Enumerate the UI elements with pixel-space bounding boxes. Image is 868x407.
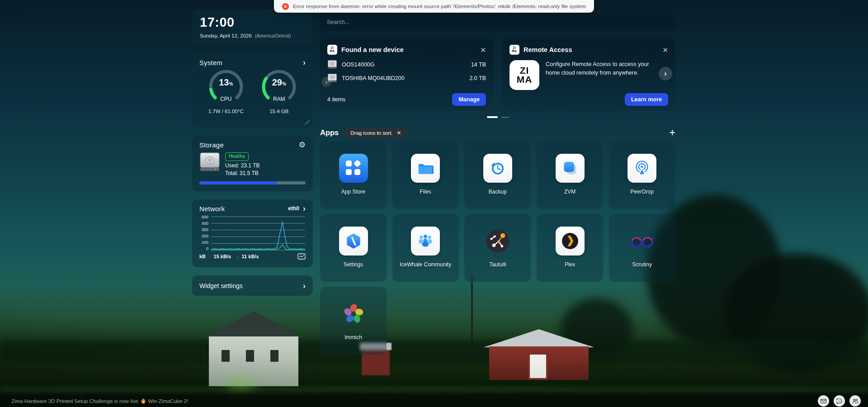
device-capacity: 14 TB (471, 62, 486, 68)
network-unit: kB (199, 254, 206, 259)
upload-arrow-icon: ↑ (208, 254, 211, 259)
widget-resize-handle[interactable] (305, 120, 310, 125)
cpu-label: CPU (208, 96, 245, 102)
chat-bubble-icon (836, 398, 842, 404)
hdd-icon (199, 152, 220, 171)
device-name: TOSHIBA MQ04UBD200 (342, 75, 465, 81)
app-tile-files[interactable]: Files (392, 141, 459, 209)
network-widget: Network eth0 › 500 400 300 200 100 0 (192, 199, 313, 267)
storage-title: Storage (199, 141, 224, 149)
drag-sort-tooltip: Drag icons to sort. ✕ (345, 128, 406, 138)
clock-time: 17:00 (200, 15, 305, 30)
files-icon (414, 158, 437, 178)
device-row[interactable]: TOSHIBA MQ04UBD200 2.0 TB (327, 72, 486, 84)
cpu-percent: 13 (219, 77, 229, 87)
app-tile-peerdrop[interactable]: PeerDrop (609, 141, 675, 209)
network-interface: eth0 (288, 205, 299, 212)
backup-icon (487, 157, 509, 179)
device-row[interactable]: OOS14000G 14 TB (327, 59, 486, 70)
download-rate: 11 kB/s (242, 254, 259, 259)
carousel-dot[interactable] (501, 117, 509, 118)
upload-rate: 15 kB/s (214, 254, 231, 259)
storage-used: Used: 23.1 TB (225, 162, 260, 170)
zima-badge-icon: ZIMA (327, 45, 337, 55)
app-tile-settings[interactable]: Settings (320, 214, 387, 282)
device-capacity: 2.0 TB (469, 75, 486, 81)
ram-detail: 15.4 GB (269, 109, 288, 114)
chat-button[interactable] (834, 395, 845, 407)
zima-logo: ZIMA (509, 60, 539, 90)
announcement-banner[interactable]: Zima Hardware 3D Printed Setup Challenge… (11, 398, 188, 404)
tooltip-close-icon[interactable]: ✕ (397, 130, 401, 136)
network-chevron-icon[interactable]: › (303, 204, 306, 213)
apps-header: Apps Drag icons to sort. ✕ + (320, 127, 675, 139)
app-tile-tautulli[interactable]: Tautulli (464, 214, 531, 282)
search-input[interactable] (320, 14, 675, 31)
ram-label: RAM (260, 96, 297, 102)
carousel-dot-active[interactable] (487, 116, 498, 118)
envelope-icon (821, 399, 826, 403)
zvm-icon (559, 157, 581, 179)
cpu-detail: 1.7W / 61.00°C (208, 109, 244, 114)
clock-timezone: (America/Detroit) (255, 33, 291, 38)
error-icon: ✕ (282, 3, 289, 10)
storage-settings-gear-icon[interactable]: ⚙ (299, 141, 306, 149)
network-title: Network (199, 205, 225, 213)
cpu-gauge: 13% CPU 1.7W / 61.00°C (201, 68, 251, 114)
storage-health-badge: Healthy (225, 152, 249, 161)
email-button[interactable] (818, 395, 829, 407)
app-tile-scrutiny[interactable]: Scrutiny (609, 214, 675, 282)
remote-access-card: ZIMA Remote Access ✕ ZIMA Configure Remo… (502, 39, 675, 111)
storage-progress-bar (199, 181, 306, 185)
learn-more-button[interactable]: Learn more (625, 93, 668, 106)
found-device-close-icon[interactable]: ✕ (480, 47, 486, 53)
app-tile-icewhale-community[interactable]: IceWhale Community (392, 214, 459, 282)
app-tile-zvm[interactable]: ZVM (537, 141, 603, 209)
network-details-icon[interactable] (297, 253, 306, 260)
widget-settings-button[interactable]: Widget settings › (192, 275, 313, 296)
error-toast: ✕ Error response from daemon: error whil… (274, 0, 594, 13)
ram-percent: 29 (272, 77, 282, 87)
tautulli-icon (484, 227, 511, 255)
storage-widget: Storage ⚙ Healthy Used: 23.1 TB Total: 3… (192, 136, 313, 191)
clock-widget: 17:00 Sunday, April 12, 2026 (America/De… (192, 9, 313, 45)
found-device-card: ZIMA Found a new device ✕ OOS14000G 14 T… (320, 39, 493, 111)
remote-access-close-icon[interactable]: ✕ (662, 47, 668, 53)
app-tile-backup[interactable]: Backup (464, 141, 531, 209)
system-widget: System › 13% CPU 1.7W / 61.00°C (192, 53, 313, 128)
ram-gauge: 29% RAM 15.4 GB (254, 68, 304, 114)
manage-button[interactable]: Manage (452, 93, 486, 106)
app-tile-plex[interactable]: Plex (537, 214, 603, 282)
app-store-icon (339, 154, 368, 183)
community-button[interactable] (849, 395, 861, 407)
apps-section-title: Apps (320, 128, 339, 137)
hdd-icon (327, 60, 337, 69)
carousel-prev-button[interactable]: ‹ (321, 77, 331, 87)
app-tile-immich[interactable]: Immich (320, 287, 387, 355)
peerdrop-icon (631, 157, 653, 179)
apps-grid: App Store Files Backup (320, 141, 675, 355)
storage-total: Total: 31.5 TB (225, 170, 260, 177)
app-tile-app-store[interactable]: App Store (320, 141, 387, 209)
widget-settings-chevron-icon: › (303, 282, 306, 290)
system-chevron-icon[interactable]: › (303, 58, 306, 66)
scrutiny-icon (628, 232, 656, 251)
people-icon (852, 398, 859, 404)
found-device-title: Found a new device (341, 46, 476, 53)
add-app-button[interactable]: + (670, 128, 675, 138)
download-arrow-icon: ↓ (236, 254, 239, 259)
fire-icon (141, 398, 146, 404)
device-items-count: 4 items (327, 96, 345, 103)
carousel-next-button[interactable]: › (659, 67, 672, 80)
icewhale-community-icon (415, 230, 436, 252)
widget-settings-label: Widget settings (199, 282, 243, 289)
zima-badge-icon: ZIMA (509, 45, 519, 55)
bottom-bar: Zima Hardware 3D Printed Setup Challenge… (0, 395, 868, 407)
clock-date: Sunday, April 12, 2026 (200, 33, 252, 38)
remote-access-description: Configure Remote Access to access your h… (546, 60, 662, 77)
remote-access-title: Remote Access (524, 46, 658, 53)
carousel-indicator (320, 116, 675, 118)
network-sparkline (211, 215, 305, 251)
settings-icon (343, 230, 364, 252)
network-chart: 500 400 300 200 100 0 (199, 215, 306, 251)
